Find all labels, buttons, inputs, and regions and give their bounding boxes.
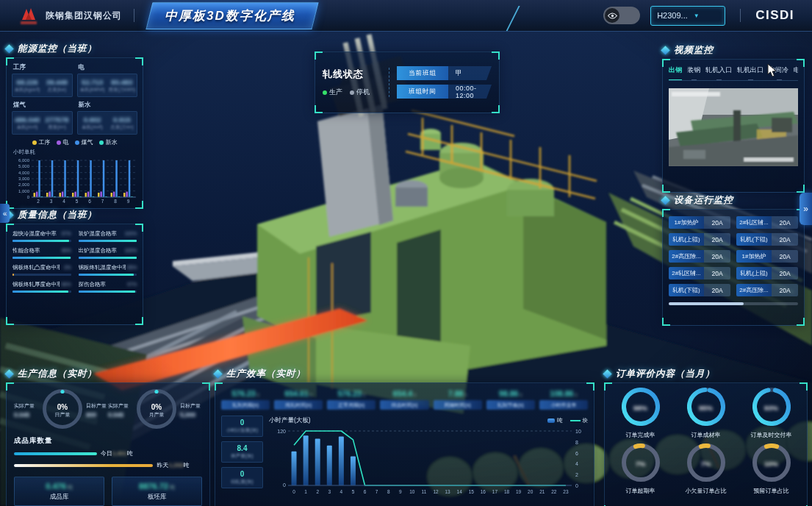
svg-text:6: 6 <box>88 199 91 204</box>
order-donut: 7% <box>622 443 660 485</box>
equipment-value: 20A <box>704 267 730 279</box>
gauge-target-value: 5,000 <box>180 411 205 418</box>
left-collapse-handle[interactable]: « <box>0 204 10 223</box>
order-donut-pct: 10% <box>764 460 778 468</box>
efficiency-stat-value: 108.86 s <box>539 389 588 398</box>
stock-bar-value: 1,293 <box>168 462 183 468</box>
efficiency-side-stats: 0小时计划量(块)8.4班产量(块)0待轧量(块) <box>221 416 263 499</box>
efficiency-stat-label: 待温时间(s) <box>380 400 428 410</box>
energy-unit: 用量(m³) <box>48 124 66 131</box>
order-donut-label: 订单超期率 <box>626 487 655 495</box>
line-status-legend: 生产停机 <box>323 88 387 97</box>
line-status-legend-label: 生产 <box>329 88 342 97</box>
logo-subtext-smudge <box>21 21 37 24</box>
quality-item-top: 出炉温度合格率100% <box>79 247 137 254</box>
line-status-badge-value: 00:00-12:00 <box>448 85 492 99</box>
quality-panel-body: 超快冷温度命中率97%装炉温度合格率100%性能合格率99%出炉温度合格率100… <box>6 224 143 325</box>
svg-text:19: 19 <box>516 489 522 494</box>
video-tab-4[interactable]: 中间冷 <box>769 65 788 76</box>
energy-unit: 总量(万m³) <box>110 124 133 131</box>
energy-value-col: 39.449总量(tce) <box>42 74 71 96</box>
energy-legend-label: 工序 <box>39 138 51 146</box>
efficiency-panel: 生产效率（实时） 576.23 s轧制周期(s)654.61 s纯轧时间(s)5… <box>215 368 594 506</box>
equipment-item: 2#轧区辅...20A <box>736 216 798 229</box>
efficiency-stat-card: 108.86 s小时作业率 <box>539 389 588 410</box>
corner-bracket <box>800 382 808 391</box>
corner-bracket <box>135 201 143 209</box>
visibility-toggle[interactable] <box>603 7 640 24</box>
quality-item-label: 超快冷温度命中率 <box>12 230 57 238</box>
company-logo-icon <box>21 7 37 21</box>
equipment-name: 轧机(上辊) <box>669 233 704 246</box>
svg-text:4: 4 <box>62 199 65 204</box>
quality-item-label: 装炉温度合格率 <box>79 230 118 238</box>
quality-bar-fill <box>12 240 69 242</box>
donut-pct: 0% <box>151 403 162 412</box>
quality-item-pct: 99% <box>61 248 71 253</box>
energy-legend-item: 新水 <box>99 138 118 146</box>
hour-legend-item: 吨 <box>547 417 563 424</box>
line-status-legend-item: 停机 <box>350 88 370 97</box>
svg-text:0: 0 <box>27 195 30 199</box>
svg-text:1,000: 1,000 <box>18 189 30 193</box>
svg-text:5: 5 <box>352 489 355 494</box>
stock-bar-label: 今日1,401吨 <box>101 449 133 457</box>
corner-bracket <box>586 382 594 391</box>
energy-panel-title: 能源监控（当班） <box>6 43 143 54</box>
corner-bracket <box>604 382 612 391</box>
svg-text:2: 2 <box>37 199 40 204</box>
energy-value-col: 68.226单耗(kgce/t) <box>12 74 42 96</box>
corner-bracket <box>315 51 323 60</box>
quality-item-label: 出炉温度合格率 <box>79 247 118 254</box>
energy-value-col: 0.602单耗(m³/t) <box>78 112 107 134</box>
panel-diamond-icon <box>213 369 223 379</box>
quality-bar-fill <box>12 274 14 276</box>
energy-group: 电52.713单耗(kWh/t)80.483用量(万kWh) <box>77 63 138 97</box>
order-donut: 98% <box>622 388 660 429</box>
video-tab-3[interactable]: 轧机出口 <box>737 65 764 76</box>
device-selector-dropdown[interactable]: H2309... ▼ <box>650 6 725 26</box>
svg-text:7: 7 <box>376 489 378 494</box>
legend-dot-icon <box>32 140 37 145</box>
corner-bracket <box>135 224 143 232</box>
equipment-item: 2#高压除...20A <box>736 284 798 296</box>
equipment-name: 轧机(下辊) <box>669 284 704 296</box>
chevron-down-icon: ▼ <box>694 13 700 19</box>
efficiency-side-chip: 0待轧量(块) <box>221 467 263 488</box>
gauge-actual: 实际产量0.045 <box>108 402 133 418</box>
production-gauge-group: 实际产量0.0450%日产量目标产量900 <box>14 389 108 432</box>
right-collapse-handle[interactable]: » <box>800 193 812 225</box>
equipment-value: 20A <box>772 250 798 263</box>
energy-group-name: 电 <box>79 63 138 72</box>
video-panel-body: 出钢装钢轧机入口轧机出口中间冷电加热 <box>662 59 805 193</box>
video-tab-2[interactable]: 轧机入口 <box>705 65 732 76</box>
equipment-item: 轧机(上辊)20A <box>736 267 798 279</box>
video-tab-5[interactable]: 电加热 <box>794 65 798 76</box>
corner-bracket <box>135 317 143 325</box>
video-tab-1[interactable]: 装钢 <box>687 65 700 76</box>
equipment-panel-body: 1#加热炉20A2#轧区辅...20A轧机(上辊)20A轧机(下辊)20A2#高… <box>662 209 805 326</box>
energy-value-col: 80.483用量(万kWh) <box>107 74 137 96</box>
energy-panel-body: 工序68.226单耗(kgce/t)39.449总量(tce)电52.713单耗… <box>6 57 143 209</box>
energy-group-name: 新水 <box>79 101 138 110</box>
panel-diamond-icon <box>661 46 670 55</box>
quality-item-label: 钢板终轧凸度命中率 <box>12 264 60 271</box>
gauge-actual-value: 0.045 <box>108 411 133 418</box>
equipment-scrollbar-thumb[interactable] <box>669 302 744 305</box>
order-donut-pct: 7% <box>636 460 646 468</box>
video-tab-0[interactable]: 出钢 <box>669 65 682 76</box>
svg-text:10: 10 <box>409 489 415 494</box>
production-gauges: 实际产量0.0450%日产量目标产量900实际产量0.0450%月产量目标产量5… <box>14 389 202 432</box>
camera-feed[interactable] <box>669 88 798 166</box>
svg-text:9: 9 <box>127 199 130 204</box>
efficiency-stat-label: 轧制周期(s) <box>221 400 270 410</box>
line-status-badge-row: 当前班组甲 <box>397 66 492 80</box>
efficiency-stat-value: 98.86 s <box>486 389 535 398</box>
svg-text:23: 23 <box>563 489 569 494</box>
production-panel: 生产信息（实时） 实际产量0.0450%日产量目标产量900实际产量0.0450… <box>6 368 210 506</box>
order-donut-pct: 7% <box>701 460 711 468</box>
svg-text:5,000: 5,000 <box>18 164 30 168</box>
video-tabs: 出钢装钢轧机入口轧机出口中间冷电加热 <box>669 65 798 81</box>
svg-text:10: 10 <box>575 429 581 434</box>
equipment-value: 20A <box>704 250 730 263</box>
